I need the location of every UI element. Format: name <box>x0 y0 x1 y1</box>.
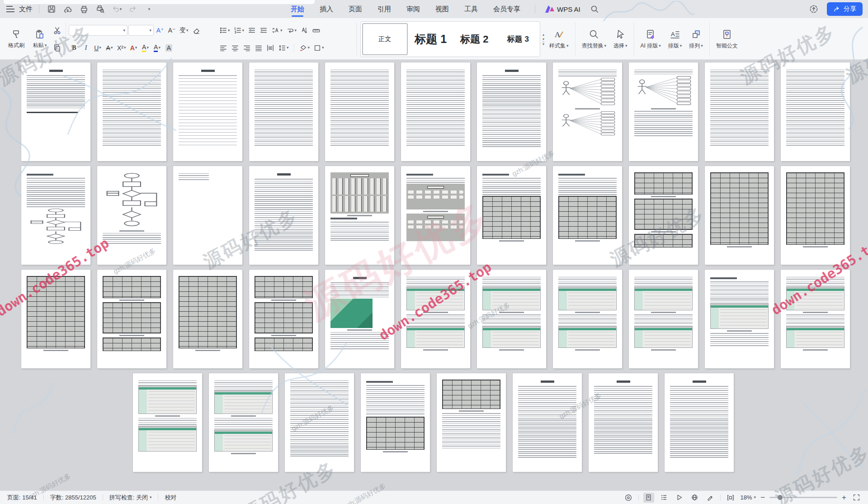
read-mode-button[interactable] <box>674 493 685 503</box>
wrap-button[interactable]: ▾ <box>285 25 298 36</box>
italic-button[interactable]: I <box>80 42 91 53</box>
copy-button[interactable] <box>52 42 63 53</box>
sync-upload-button[interactable] <box>808 3 820 15</box>
page-thumbnail-25[interactable] <box>173 270 242 368</box>
fit-width-button[interactable] <box>725 493 736 503</box>
page-thumbnail-5[interactable] <box>325 62 394 161</box>
ai-layout-button[interactable]: AI 排版▾ <box>637 21 665 57</box>
page-thumbnail-18[interactable] <box>477 166 546 265</box>
tab-开始[interactable]: 开始 <box>291 0 304 18</box>
tab-工具[interactable]: 工具 <box>464 0 478 18</box>
format-painter-button[interactable]: 格式刷 <box>5 21 28 57</box>
page-thumbnail-39[interactable] <box>513 373 582 472</box>
page-thumbnail-26[interactable] <box>249 270 318 368</box>
numbered-list-button[interactable]: ▾ <box>232 25 246 36</box>
page-thumbnail-15[interactable] <box>249 166 318 265</box>
zoom-in-button[interactable]: + <box>842 494 846 501</box>
char-shading-button[interactable]: A <box>164 42 175 53</box>
edit-mode-button[interactable] <box>705 493 716 503</box>
tab-会员专享[interactable]: 会员专享 <box>493 0 520 18</box>
clear-format-button[interactable] <box>191 25 202 36</box>
tab-页面[interactable]: 页面 <box>349 0 362 18</box>
eye-protection-button[interactable] <box>623 493 634 503</box>
main-menu-icon[interactable] <box>6 6 14 12</box>
share-button[interactable]: 分享 <box>827 2 863 16</box>
borders-button[interactable]: ▾ <box>312 42 326 53</box>
line-spacing-button[interactable]: ▾ <box>277 42 290 53</box>
document-tab[interactable] <box>4 0 315 4</box>
zoom-level-select[interactable]: 18%▾ <box>741 494 756 501</box>
smart-doc-button[interactable]: 智能公文 <box>712 21 741 57</box>
page-thumbnail-34[interactable] <box>133 373 202 472</box>
tab-插入[interactable]: 插入 <box>320 0 333 18</box>
paste-button[interactable]: 粘贴▾ <box>28 21 52 57</box>
page-thumbnail-32[interactable] <box>705 270 774 368</box>
increase-font-button[interactable]: A⁺ <box>155 25 165 36</box>
file-menu-button[interactable]: 文件 <box>19 5 33 14</box>
page-thumbnail-10[interactable] <box>705 62 774 161</box>
page-thumbnail-36[interactable] <box>285 373 354 472</box>
page-view-button[interactable] <box>643 493 654 503</box>
export-pdf-button[interactable] <box>62 3 74 15</box>
page-thumbnail-24[interactable] <box>97 270 166 368</box>
page-thumbnail-1[interactable] <box>21 62 90 161</box>
align-right-button[interactable] <box>241 42 252 53</box>
page-thumbnail-11[interactable] <box>781 62 850 161</box>
page-thumbnail-28[interactable] <box>401 270 470 368</box>
font-color-button[interactable]: A▾ <box>152 42 163 53</box>
styles-gallery-arrows[interactable]: ▴▾▾ <box>541 21 546 57</box>
page-thumbnail-41[interactable] <box>665 373 734 472</box>
highlight-color-button[interactable]: A▾ <box>140 42 151 53</box>
find-replace-button[interactable]: 查找替换▾ <box>578 21 610 57</box>
page-thumbnail-29[interactable] <box>477 270 546 368</box>
spellcheck-toggle[interactable]: 拼写检查: 关闭▾ <box>109 494 152 502</box>
page-thumbnail-30[interactable] <box>553 270 622 368</box>
strikethrough-button[interactable]: A▾ <box>104 42 115 53</box>
page-thumbnail-9[interactable] <box>629 62 698 161</box>
style-标题 1[interactable]: 标题 1 <box>409 22 453 57</box>
page-thumbnail-23[interactable] <box>21 270 90 368</box>
page-thumbnail-38[interactable] <box>437 373 506 472</box>
font-family-select[interactable]: ▾ <box>69 25 127 36</box>
zoom-slider[interactable] <box>769 497 837 498</box>
page-thumbnail-13[interactable] <box>97 166 166 265</box>
font-size-select[interactable]: ▾ <box>128 25 154 36</box>
zoom-out-button[interactable]: − <box>760 494 765 501</box>
wps-ai-button[interactable]: WPS AI <box>545 5 580 13</box>
page-thumbnail-7[interactable] <box>477 62 546 161</box>
align-left-button[interactable] <box>218 42 229 53</box>
customize-toolbar-button[interactable]: ▾ <box>143 3 155 15</box>
style-set-button[interactable]: A 样式集▾ <box>546 21 572 57</box>
page-thumbnail-6[interactable] <box>401 62 470 161</box>
web-layout-button[interactable] <box>689 493 700 503</box>
page-indicator[interactable]: 页面: 15/41 <box>7 494 37 502</box>
align-center-button[interactable] <box>230 42 241 53</box>
page-thumbnail-22[interactable] <box>781 166 850 265</box>
text-effects-button[interactable]: A▾ <box>128 42 139 53</box>
page-thumbnail-40[interactable] <box>589 373 658 472</box>
increase-indent-button[interactable] <box>258 25 269 36</box>
page-thumbnail-37[interactable] <box>361 373 430 472</box>
save-button[interactable] <box>46 3 57 15</box>
page-thumbnail-33[interactable] <box>781 270 850 368</box>
proofread-button[interactable]: 校对 <box>165 494 176 502</box>
page-thumbnail-21[interactable] <box>705 166 774 265</box>
change-case-button[interactable]: 变▾ <box>178 25 190 36</box>
page-thumbnail-4[interactable] <box>249 62 318 161</box>
tab-视图[interactable]: 视图 <box>435 0 449 18</box>
search-button[interactable] <box>589 3 600 15</box>
page-thumbnail-12[interactable] <box>21 166 90 265</box>
select-button[interactable]: 选择▾ <box>610 21 631 57</box>
bullet-list-button[interactable]: ▾ <box>218 25 231 36</box>
style-标题 3[interactable]: 标题 3 <box>496 22 540 57</box>
page-thumbnail-20[interactable] <box>629 166 698 265</box>
undo-button[interactable]: ▾ <box>111 3 123 15</box>
page-thumbnail-17[interactable] <box>401 166 470 265</box>
shading-button[interactable]: ▾ <box>298 42 311 53</box>
page-thumbnail-31[interactable] <box>629 270 698 368</box>
style-标题 2[interactable]: 标题 2 <box>453 22 496 57</box>
redo-button[interactable] <box>127 3 139 15</box>
page-thumbnail-8[interactable] <box>553 62 622 161</box>
underline-button[interactable]: U▾ <box>92 42 103 53</box>
page-thumbnail-14[interactable] <box>173 166 242 265</box>
